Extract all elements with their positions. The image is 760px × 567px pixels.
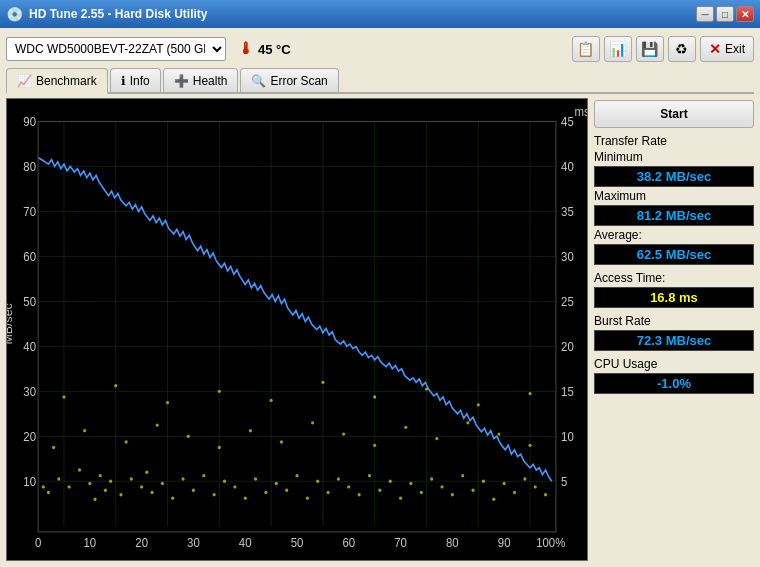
- svg-point-120: [114, 384, 117, 387]
- refresh-icon[interactable]: ♻: [668, 36, 696, 62]
- svg-text:50: 50: [291, 535, 304, 550]
- svg-text:40: 40: [561, 160, 574, 175]
- svg-point-72: [233, 485, 236, 488]
- exit-button[interactable]: ✕ Start Exit: [700, 36, 754, 62]
- svg-text:ms: ms: [575, 104, 587, 119]
- svg-point-112: [342, 432, 345, 435]
- transfer-rate-label: Transfer Rate: [594, 134, 754, 148]
- svg-point-74: [254, 477, 257, 480]
- close-button[interactable]: ✕: [736, 6, 754, 22]
- svg-point-106: [156, 423, 159, 426]
- svg-text:70: 70: [394, 535, 407, 550]
- svg-point-54: [78, 468, 81, 471]
- svg-point-70: [213, 493, 216, 496]
- svg-point-117: [497, 432, 500, 435]
- svg-point-121: [166, 401, 169, 404]
- svg-point-56: [93, 498, 96, 501]
- svg-point-107: [187, 435, 190, 438]
- temperature-display: 🌡 45 °C: [238, 40, 291, 58]
- window-title: HD Tune 2.55 - Hard Disk Utility: [29, 7, 207, 21]
- svg-text:100%: 100%: [536, 535, 566, 550]
- copy-icon[interactable]: 📋: [572, 36, 600, 62]
- svg-point-116: [466, 421, 469, 424]
- svg-point-84: [358, 493, 361, 496]
- svg-point-82: [337, 477, 340, 480]
- svg-point-96: [482, 480, 485, 483]
- svg-point-90: [420, 491, 423, 494]
- svg-point-115: [435, 437, 438, 440]
- svg-point-110: [280, 440, 283, 443]
- svg-text:20: 20: [561, 339, 574, 354]
- benchmark-chart: 90 80 70 60 50 40 30 20 10 MB/sec 45 40 …: [6, 98, 588, 561]
- tab-health[interactable]: ➕ Health: [163, 68, 239, 92]
- svg-point-119: [62, 395, 65, 398]
- svg-point-85: [368, 474, 371, 477]
- svg-point-100: [523, 477, 526, 480]
- error-scan-tab-label: Error Scan: [270, 74, 327, 88]
- info-tab-icon: ℹ: [121, 74, 126, 88]
- svg-point-87: [389, 480, 392, 483]
- svg-point-111: [311, 421, 314, 424]
- tab-info[interactable]: ℹ Info: [110, 68, 161, 92]
- svg-text:20: 20: [23, 429, 36, 444]
- access-time-label: Access Time:: [594, 271, 754, 285]
- svg-point-98: [503, 482, 506, 485]
- minimum-value: 38.2 MB/sec: [594, 166, 754, 187]
- svg-rect-0: [7, 99, 587, 560]
- svg-point-62: [140, 485, 143, 488]
- stats-panel: Start Transfer Rate Minimum 38.2 MB/sec …: [594, 98, 754, 561]
- svg-point-118: [528, 444, 531, 447]
- svg-text:45: 45: [561, 115, 574, 130]
- svg-point-104: [83, 429, 86, 432]
- svg-point-77: [285, 489, 288, 492]
- svg-point-122: [218, 390, 221, 393]
- access-time-section: Access Time: 16.8 ms: [594, 271, 754, 308]
- save-icon[interactable]: 💾: [636, 36, 664, 62]
- svg-point-124: [321, 381, 324, 384]
- tab-benchmark[interactable]: 📈 Benchmark: [6, 68, 108, 94]
- svg-point-95: [472, 489, 475, 492]
- svg-point-53: [68, 485, 71, 488]
- chart-icon[interactable]: 📊: [604, 36, 632, 62]
- svg-point-83: [347, 485, 350, 488]
- svg-point-50: [42, 485, 45, 488]
- svg-point-57: [99, 474, 102, 477]
- svg-text:5: 5: [561, 474, 568, 489]
- svg-text:35: 35: [561, 204, 574, 219]
- svg-point-105: [125, 440, 128, 443]
- svg-point-86: [378, 489, 381, 492]
- health-tab-label: Health: [193, 74, 228, 88]
- svg-text:50: 50: [23, 294, 36, 309]
- svg-point-68: [192, 489, 195, 492]
- health-tab-icon: ➕: [174, 74, 189, 88]
- svg-point-71: [223, 480, 226, 483]
- svg-text:0: 0: [35, 535, 42, 550]
- toolbar: WDC WD5000BEVT-22ZAT (500 GB) 🌡 45 °C 📋 …: [6, 34, 754, 64]
- svg-text:70: 70: [23, 204, 36, 219]
- svg-text:40: 40: [23, 339, 36, 354]
- burst-rate-label: Burst Rate: [594, 314, 754, 328]
- svg-text:90: 90: [498, 535, 511, 550]
- error-scan-tab-icon: 🔍: [251, 74, 266, 88]
- svg-point-63: [145, 471, 148, 474]
- svg-text:30: 30: [23, 384, 36, 399]
- tab-error-scan[interactable]: 🔍 Error Scan: [240, 68, 338, 92]
- toolbar-icons: 📋 📊 💾 ♻ ✕ Start Exit: [572, 36, 754, 62]
- start-button[interactable]: Start: [594, 100, 754, 128]
- thermometer-icon: 🌡: [238, 40, 254, 58]
- svg-text:40: 40: [239, 535, 252, 550]
- svg-point-51: [47, 491, 50, 494]
- svg-text:30: 30: [561, 249, 574, 264]
- minimum-label: Minimum: [594, 150, 754, 164]
- svg-point-92: [440, 485, 443, 488]
- svg-point-97: [492, 498, 495, 501]
- svg-text:MB/sec: MB/sec: [7, 303, 15, 344]
- maximize-button[interactable]: □: [716, 6, 734, 22]
- svg-point-66: [171, 496, 174, 499]
- svg-point-127: [477, 403, 480, 406]
- minimize-button[interactable]: ─: [696, 6, 714, 22]
- average-value: 62.5 MB/sec: [594, 244, 754, 265]
- drive-select[interactable]: WDC WD5000BEVT-22ZAT (500 GB): [6, 37, 226, 61]
- svg-point-93: [451, 493, 454, 496]
- svg-text:15: 15: [561, 384, 574, 399]
